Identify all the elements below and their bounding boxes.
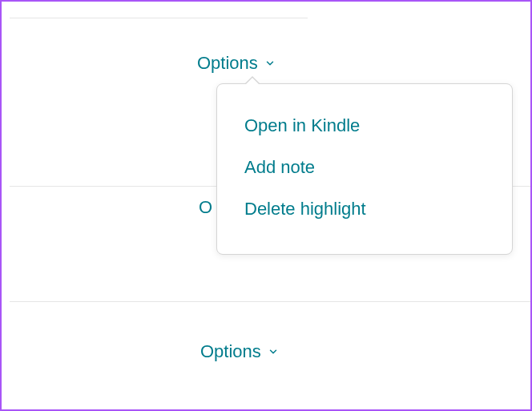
options-label: Options (197, 53, 258, 74)
chevron-down-icon (264, 58, 276, 69)
menu-item-add-note[interactable]: Add note (217, 147, 512, 188)
menu-item-open-kindle[interactable]: Open in Kindle (217, 105, 512, 147)
section-divider (10, 18, 308, 18)
options-dropdown-trigger[interactable]: Options (197, 53, 276, 74)
options-dropdown-trigger[interactable]: Options (200, 341, 279, 362)
section-divider (10, 301, 530, 302)
options-popover: Open in Kindle Add note Delete highlight (216, 83, 513, 255)
menu-item-delete-highlight[interactable]: Delete highlight (217, 188, 512, 230)
chevron-down-icon (268, 346, 279, 357)
obscured-text: O (199, 197, 212, 218)
options-label: Options (200, 341, 261, 362)
